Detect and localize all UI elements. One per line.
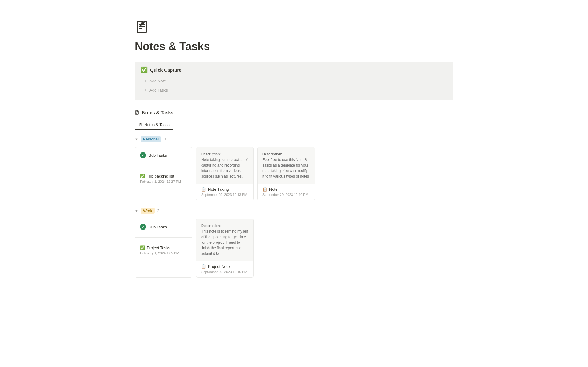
card-title-icon: ✅ [140,174,145,178]
plus-icon-tasks: ＋ [143,87,148,93]
add-tasks-button[interactable]: ＋ Add Tasks [141,86,170,94]
tabs-container: Notes & Tasks [135,120,453,130]
card-project-note-icon: 📋 [201,264,206,269]
tab-icon [138,123,142,127]
card-preview-text-note: Feel free to use this Note & Tasks as a … [262,157,310,179]
card-title-project-note: 📋 Project Note [201,264,248,269]
card-divider [135,166,192,166]
card-footer-project-tasks: ✅ Project Tasks February 1, 2024 1:05 PM [135,242,192,259]
card-date-project-tasks: February 1, 2024 1:05 PM [140,251,187,255]
card-project-tasks-icon: ✅ [140,245,145,250]
quick-capture-icon: ✅ [141,66,148,73]
card-title-text-project-tasks: Project Tasks [147,245,170,250]
subtask-checkbox-work: ✓ [140,224,146,230]
add-tasks-label: Add Tasks [149,88,168,92]
card-preview-note: Description: Feel free to use this Note … [258,147,315,184]
card-footer-note: 📋 Note September 29, 2023 12:10 PM [258,184,315,200]
add-note-button[interactable]: ＋ Add Note [141,77,168,85]
quick-capture-title: Quick Capture [150,67,182,73]
tag-work: Work [141,208,155,214]
quick-capture-header: ✅ Quick Capture [141,66,447,73]
card-date-project-note: September 29, 2023 12:16 PM [201,270,248,274]
card-preview-text: Note taking is the practice of capturing… [201,157,248,179]
group-work-header: ▼ Work 2 [135,208,453,214]
card-title-note-taking: 📋 Note Taking [201,187,248,192]
card-project-note[interactable]: Description: This note is to remind myse… [196,219,254,278]
card-footer-project-note: 📋 Project Note September 29, 2023 12:16 … [196,261,253,277]
work-cards-grid: ✓ Sub Tasks ✅ Project Tasks February 1, … [135,219,453,278]
group-personal-header: ▼ Personal 3 [135,136,453,142]
page-icon [135,18,453,35]
subtask-label-work: Sub Tasks [149,225,167,229]
card-note-taking[interactable]: Description: Note taking is the practice… [196,147,254,200]
card-project-tasks[interactable]: ✓ Sub Tasks ✅ Project Tasks February 1, … [135,219,192,278]
tag-personal: Personal [141,136,161,142]
card-title-text-note: Note [269,187,277,192]
tab-label: Notes & Tasks [144,122,170,127]
group-work-count: 2 [157,208,159,213]
card-title-text-note-taking: Note Taking [208,187,229,192]
card-subtasks-work-preview: ✓ Sub Tasks [135,219,192,235]
card-preview-label: Description: [201,152,248,156]
card-date-note-taking: September 29, 2023 12:13 PM [201,193,248,197]
page-title: Notes & Tasks [135,40,453,53]
card-title-text-project-note: Project Note [208,264,230,269]
card-divider-work [135,237,192,238]
notes-tasks-section-title: Notes & Tasks [142,110,173,115]
subtask-checkbox: ✓ [140,152,146,158]
chevron-personal[interactable]: ▼ [135,137,138,141]
card-note[interactable]: Description: Feel free to use this Note … [257,147,315,200]
subtask-label: Sub Tasks [149,153,167,158]
card-preview-label-project-note: Description: [201,224,248,227]
card-footer: ✅ Trip packing list February 1, 2024 12:… [135,171,192,187]
card-subtasks-preview: ✓ Sub Tasks [135,147,192,163]
card-title-project-tasks: ✅ Project Tasks [140,245,187,250]
card-trip-packing[interactable]: ✓ Sub Tasks ✅ Trip packing list February… [135,147,192,200]
card-note-icon: 📋 [201,187,206,192]
card-title-text: Trip packing list [147,174,174,178]
card-preview-note-taking: Description: Note taking is the practice… [196,147,253,184]
add-note-label: Add Note [149,79,166,83]
notes-tasks-header: Notes & Tasks [135,110,453,115]
plus-icon-note: ＋ [143,78,148,84]
chevron-work[interactable]: ▼ [135,209,138,213]
quick-capture-section: ✅ Quick Capture ＋ Add Note ＋ Add Tasks [135,62,453,100]
card-preview-text-project-note: This note is to remind myself of the upc… [201,229,248,256]
card-date: February 1, 2024 12:27 PM [140,180,187,183]
tab-notes-tasks[interactable]: Notes & Tasks [135,120,173,130]
card-date-note: September 29, 2023 12:10 PM [262,193,310,197]
card-preview-project-note: Description: This note is to remind myse… [196,219,253,261]
card-preview-label-note: Description: [262,152,310,156]
card-footer-note-taking: 📋 Note Taking September 29, 2023 12:13 P… [196,184,253,200]
group-personal-count: 3 [164,137,166,141]
card-note-icon-2: 📋 [262,187,267,192]
card-title: ✅ Trip packing list [140,174,187,178]
personal-cards-grid: ✓ Sub Tasks ✅ Trip packing list February… [135,147,453,200]
notes-tasks-section: Notes & Tasks Notes & Tasks ▼ [135,110,453,278]
notes-tasks-header-icon [135,110,140,115]
card-title-note: 📋 Note [262,187,310,192]
